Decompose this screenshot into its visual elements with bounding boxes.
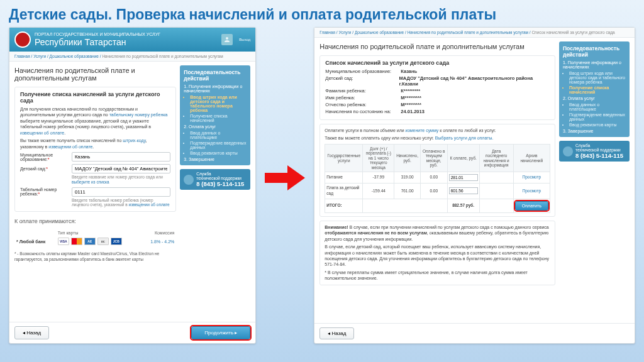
card-disclaimer: * - Возможность оплаты картами Master ca…	[14, 251, 176, 262]
headset-icon	[563, 146, 573, 156]
amount-input[interactable]	[449, 174, 478, 181]
logout-link[interactable]: Выход	[239, 38, 250, 41]
payment-table: Тип картыКомиссия * Любой банк VISA AE D…	[14, 229, 176, 246]
portal-subtitle: ПОРТАЛ ГОСУДАРСТВЕННЫХ И МУНИЦИПАЛЬНЫХ У…	[35, 32, 160, 36]
steps-sidebar: Последовательность действий 1. Получение…	[180, 65, 250, 165]
tabnum-input[interactable]	[72, 187, 170, 197]
pay-instruction: Оплатите услуги в полном объеме или изме…	[319, 124, 555, 217]
tab-number-link[interactable]: табельному номеру ребенка	[109, 112, 168, 117]
step-current: Получение списка начислений	[569, 85, 626, 95]
emblem-icon	[14, 31, 31, 48]
continue-button[interactable]: Продолжить ▸	[191, 326, 250, 339]
ds-input[interactable]	[72, 164, 170, 173]
pick-from-list-link[interactable]: выберите из списка	[72, 180, 109, 184]
result-title: Список начислений за услуги детского сад…	[325, 60, 550, 66]
jcb-icon: JCB	[111, 238, 122, 245]
view-link[interactable]: Просмотр	[522, 175, 541, 179]
portal-header: ПОРТАЛ ГОСУДАРСТВЕННЫХ И МУНИЦИПАЛЬНЫХ У…	[9, 28, 255, 52]
arrow-icon	[265, 163, 305, 195]
notice-link3[interactable]: извещении об оплате	[129, 202, 170, 207]
result-card: Список начислений за услуги детского сад…	[319, 55, 555, 120]
warning-box: Внимание! В случае, если при получении н…	[319, 221, 555, 285]
back-button[interactable]: ◂ Назад	[14, 326, 49, 339]
mo-input[interactable]	[72, 152, 170, 162]
portal-title: Республики Татарстан	[35, 37, 160, 47]
screenshot-step2: Главная / Услуги / Дошкольное образовани…	[314, 27, 635, 344]
crumb-home[interactable]: Главная	[14, 54, 30, 58]
breadcrumb-r: Главная / Услуги / Дошкольное образовани…	[314, 28, 635, 38]
breadcrumb: Главная / Услуги / Дошкольное образовани…	[9, 52, 255, 62]
form-title: Получение списка начислений за услуги де…	[20, 91, 170, 104]
mastercard-icon	[71, 238, 82, 245]
table-row: Плата за детский сад-159.44761.000.00Про…	[325, 184, 550, 199]
total-row: ИТОГО:882.57 руб.Оплатить	[325, 199, 550, 212]
fee-link[interactable]: 1.8% - 4.2%	[150, 239, 174, 244]
screenshot-step1: ПОРТАЛ ГОСУДАРСТВЕННЫХ И МУНИЦИПАЛЬНЫХ У…	[9, 27, 256, 344]
step-current: Ввод штрих кода или детского сада и табе…	[190, 94, 247, 113]
charges-table: Государственные услугиДолг (+) / перепла…	[325, 144, 550, 213]
notice-link2[interactable]: извещении об оплате	[48, 145, 92, 149]
diners-icon: DC	[97, 238, 109, 245]
crumb-services[interactable]: Услуги	[33, 54, 46, 58]
change-sum-link[interactable]: измените сумму	[406, 128, 439, 133]
page-heading: Начисления по родительской плате и допол…	[14, 67, 176, 82]
select-services-link[interactable]: Выбрать услуги для оплаты.	[435, 136, 494, 140]
amex-icon: AE	[84, 238, 96, 245]
steps-sidebar-r: Последовательность действий 1. Получение…	[559, 41, 630, 137]
visa-icon: VISA	[58, 238, 69, 245]
support-box-r: Службатехнической поддержки8 (843) 5-114…	[559, 141, 630, 162]
avatar-icon[interactable]	[221, 34, 233, 45]
crumb-edu[interactable]: Дошкольное образование	[50, 54, 99, 58]
form-card: Получение списка начислений за услуги де…	[14, 87, 176, 212]
table-row: Питание-37.99319.000.00Просмотр	[325, 172, 550, 184]
pay-button[interactable]: Оплатить	[515, 201, 548, 211]
notice-link[interactable]: извещении об оплате	[20, 131, 64, 135]
view-link[interactable]: Просмотр	[522, 189, 541, 193]
headset-icon	[184, 175, 194, 185]
amount-input[interactable]	[449, 187, 478, 194]
support-box: Службатехнической поддержки8 (843) 5-114…	[180, 169, 250, 190]
barcode-link[interactable]: штрих-коду	[123, 138, 145, 143]
slide-title: Детские сады. Проверка начислений и опла…	[9, 6, 635, 23]
payment-accept-title: К оплате принимаются:	[14, 218, 176, 224]
back-button-r[interactable]: ◂ Назад	[319, 327, 354, 339]
page-heading-r: Начисления по родительской плате и допол…	[319, 43, 555, 50]
